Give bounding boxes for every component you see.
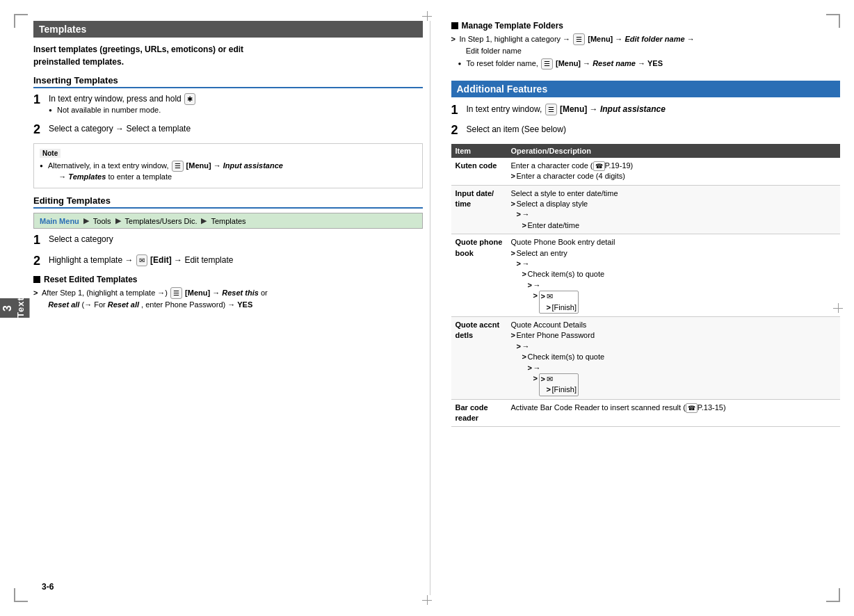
note-box: Note Alternatively, in a text entry wind… bbox=[33, 143, 423, 188]
table-item-desc: Select a style to enter date/time>Select… bbox=[507, 185, 841, 234]
table-item-desc: Quote Account Details>Enter Phone Passwo… bbox=[507, 316, 841, 399]
manage-square-icon bbox=[451, 22, 458, 29]
manage-marker: Manage Template Folders bbox=[451, 21, 841, 31]
left-column: Templates Insert templates (greetings, U… bbox=[33, 21, 430, 595]
reset-marker: Reset Edited Templates bbox=[33, 275, 423, 284]
step-edit-content-2: Highlight a template → ✉ [Edit] → Edit t… bbox=[49, 254, 423, 266]
menu-key-reset-name: ☰ bbox=[541, 58, 553, 70]
table-item-label: Quote accntdetls bbox=[451, 316, 507, 399]
table-item-label: Quote phonebook bbox=[451, 234, 507, 317]
nav-templates-users: Templates/Users Dic. bbox=[125, 217, 198, 225]
manage-heading: Manage Template Folders bbox=[462, 21, 563, 31]
menu-key-add: ☰ bbox=[545, 104, 557, 115]
manage-arrow-step: In Step 1, highlight a category → ☰ [Men… bbox=[451, 33, 841, 57]
step-num-1: 1 bbox=[33, 92, 49, 108]
chapter-number: 3 bbox=[1, 298, 14, 318]
step-add-content-2: Select an item (See below) bbox=[467, 123, 841, 136]
step-edit-num-2: 2 bbox=[33, 254, 49, 269]
intro-text: Insert templates (greetings, URLs, emoti… bbox=[33, 43, 423, 68]
page-container: 3 Text Entry Templates Insert templates … bbox=[0, 0, 854, 616]
nav-templates: Templates bbox=[211, 217, 245, 225]
step-insert-1: 1 In text entry window, press and hold ✱… bbox=[33, 92, 423, 117]
step1-bullet: Not available in number mode. bbox=[49, 105, 423, 115]
step-edit-content-1: Select a category bbox=[49, 233, 423, 245]
step-edit-num-1: 1 bbox=[33, 233, 49, 248]
table-row: Input date/timeSelect a style to enter d… bbox=[451, 185, 841, 234]
step-edit-2: 2 Highlight a template → ✉ [Edit] → Edit… bbox=[33, 254, 423, 269]
step-content-1: In text entry window, press and hold ✱ N… bbox=[49, 92, 423, 117]
reset-section: Reset Edited Templates After Step 1, (hi… bbox=[33, 275, 423, 311]
table-item-desc: Quote Phone Book entry detail>Select an … bbox=[507, 234, 841, 317]
menu-key-manage: ☰ bbox=[573, 33, 585, 45]
side-tab: 3 Text Entry bbox=[0, 0, 26, 616]
step-add-2: 2 Select an item (See below) bbox=[451, 123, 841, 138]
right-column: Manage Template Folders In Step 1, highl… bbox=[444, 21, 841, 595]
table-col-item: Item bbox=[451, 144, 507, 158]
page-number: 3-6 bbox=[42, 582, 54, 592]
step-add-num-2: 2 bbox=[451, 123, 467, 138]
table-row: Quote phonebookQuote Phone Book entry de… bbox=[451, 234, 841, 317]
chapter-tab: 3 Text Entry bbox=[0, 298, 30, 318]
black-square-icon bbox=[33, 276, 40, 283]
nav-main: Main Menu bbox=[40, 217, 79, 225]
table-row: Quote accntdetlsQuote Account Details>En… bbox=[451, 316, 841, 399]
reset-heading: Reset Edited Templates bbox=[44, 275, 137, 284]
nav-path: Main Menu ▶ Tools ▶ Templates/Users Dic.… bbox=[33, 213, 423, 229]
table-row: Kuten codeEnter a character code (☎P.19-… bbox=[451, 158, 841, 185]
step-add-1: 1 In text entry window, ☰ [Menu] → Input… bbox=[451, 103, 841, 118]
table-row: Bar codereaderActivate Bar Code Reader t… bbox=[451, 399, 841, 427]
menu-key-reset: ☰ bbox=[170, 287, 182, 299]
features-table: Item Operation/Description Kuten codeEnt… bbox=[451, 144, 841, 428]
reset-arrow-step: After Step 1, (highlight a template →) ☰… bbox=[33, 287, 423, 311]
asterisk-key: ✱ bbox=[184, 93, 195, 105]
step-edit-1: 1 Select a category bbox=[33, 233, 423, 248]
step-content-2: Select a category → Select a template bbox=[49, 122, 423, 135]
table-item-label: Input date/time bbox=[451, 185, 507, 234]
table-item-desc: Enter a character code (☎P.19-19)>Enter … bbox=[507, 158, 841, 185]
step-add-num-1: 1 bbox=[451, 103, 467, 118]
step-add-content-1: In text entry window, ☰ [Menu] → Input a… bbox=[467, 103, 841, 115]
step-num-2: 2 bbox=[33, 122, 49, 138]
menu-key-note: ☰ bbox=[172, 161, 184, 172]
inserting-heading: Inserting Templates bbox=[33, 75, 423, 88]
main-content: Templates Insert templates (greetings, U… bbox=[26, 0, 854, 616]
table-item-label: Bar codereader bbox=[451, 399, 507, 427]
edit-key: ✉ bbox=[136, 254, 147, 266]
table-item-desc: Activate Bar Code Reader to insert scann… bbox=[507, 399, 841, 427]
manage-bullet: To reset folder name, ☰ [Menu] → Reset n… bbox=[458, 58, 841, 70]
chapter-title: Text Entry bbox=[15, 267, 26, 318]
editing-heading: Editing Templates bbox=[33, 195, 423, 209]
additional-features: Additional Features 1 In text entry wind… bbox=[451, 81, 841, 428]
table-col-description: Operation/Description bbox=[507, 144, 841, 158]
templates-heading: Templates bbox=[33, 21, 423, 38]
step-insert-2: 2 Select a category → Select a template bbox=[33, 122, 423, 138]
note-label: Note bbox=[40, 149, 61, 158]
additional-heading: Additional Features bbox=[451, 81, 841, 97]
note-content: Alternatively, in a text entry window, ☰… bbox=[40, 161, 417, 182]
nav-tools: Tools bbox=[93, 217, 111, 225]
table-item-label: Kuten code bbox=[451, 158, 507, 185]
